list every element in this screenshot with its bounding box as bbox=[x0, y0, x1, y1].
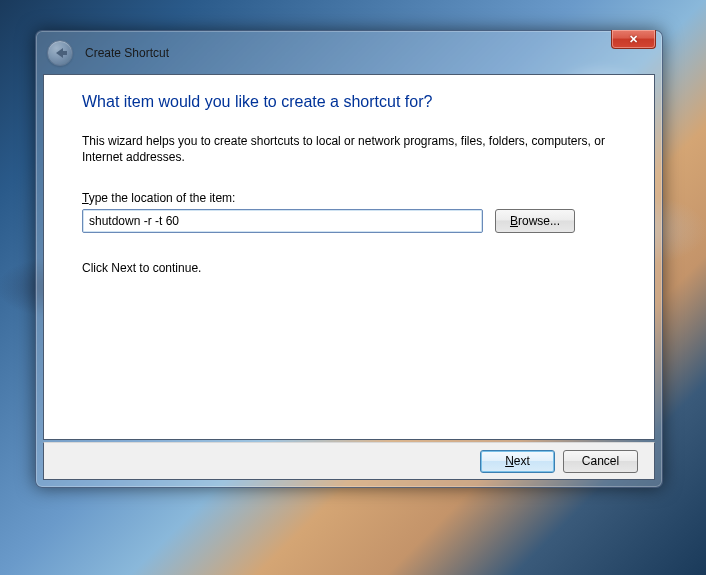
titlebar-controls: ✕ bbox=[611, 30, 656, 49]
cancel-button[interactable]: Cancel bbox=[563, 450, 638, 473]
continue-text: Click Next to continue. bbox=[82, 261, 616, 275]
close-button[interactable]: ✕ bbox=[611, 30, 656, 49]
wizard-window: ✕ Create Shortcut What item would you li… bbox=[35, 30, 663, 488]
back-button[interactable] bbox=[47, 40, 73, 66]
next-button[interactable]: Next bbox=[480, 450, 555, 473]
wizard-title: Create Shortcut bbox=[85, 46, 169, 60]
location-label: Type the location of the item: bbox=[82, 191, 616, 205]
location-row: Browse... bbox=[82, 209, 616, 233]
content-inner: What item would you like to create a sho… bbox=[44, 75, 654, 285]
content-panel: What item would you like to create a sho… bbox=[43, 74, 655, 440]
location-input[interactable] bbox=[82, 209, 483, 233]
close-icon: ✕ bbox=[629, 33, 638, 46]
footer: Next Cancel bbox=[43, 442, 655, 480]
page-description: This wizard helps you to create shortcut… bbox=[82, 133, 616, 165]
back-arrow-icon bbox=[56, 48, 63, 58]
browse-button[interactable]: Browse... bbox=[495, 209, 575, 233]
page-heading: What item would you like to create a sho… bbox=[82, 93, 616, 111]
nav-area: Create Shortcut bbox=[43, 38, 655, 68]
